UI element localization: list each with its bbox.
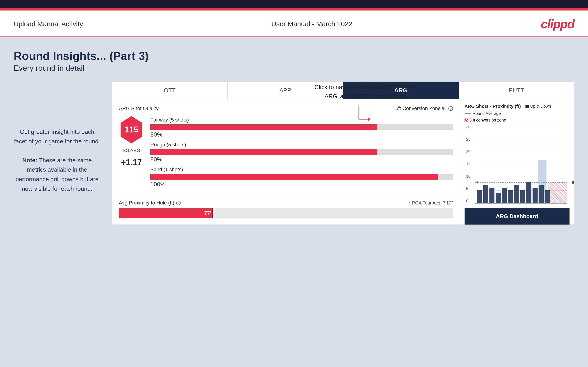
sg-value: +1.17 bbox=[121, 158, 142, 167]
chart-area: 0 5 10 15 20 25 30 bbox=[475, 125, 567, 204]
pga-label: ↑ PGA Tour Avg: 7'10" bbox=[408, 200, 453, 206]
shot-quality-label: ARG Shot Quality bbox=[119, 106, 159, 111]
prox-cursor bbox=[212, 208, 213, 218]
bar-label-sand: Sand (1 shots) bbox=[150, 167, 453, 173]
proximity-header-row: Avg Proximity to Hole (ft) ? ↑ PGA Tour … bbox=[119, 200, 453, 206]
bars-group bbox=[477, 125, 565, 203]
legend-updown: Up & Down bbox=[526, 104, 551, 109]
tab-ott[interactable]: OTT bbox=[112, 82, 228, 99]
prox-help-icon[interactable]: ? bbox=[176, 200, 181, 205]
header: Upload Manual Activity User Manual - Mar… bbox=[0, 10, 588, 37]
chart-title: ARG Shots - Proximity (ft) bbox=[465, 104, 521, 109]
bar-row-rough: Rough (5 shots) 80% bbox=[150, 142, 453, 163]
bar-fill-rough bbox=[150, 149, 377, 155]
sg-label: SG ARG bbox=[123, 148, 140, 153]
bar-pct-fairway: 80% bbox=[150, 131, 453, 138]
left-intro: Get greater insight into each facet of y… bbox=[14, 128, 100, 145]
bar-track-rough bbox=[150, 149, 453, 155]
bar-track-fairway bbox=[150, 124, 453, 130]
arrow-indicator bbox=[314, 103, 417, 126]
proximity-section: Avg Proximity to Hole (ft) ? ↑ PGA Tour … bbox=[119, 196, 453, 218]
bar-label-rough: Rough (5 shots) bbox=[150, 142, 453, 148]
bar-row-sand: Sand (1 shots) 100% bbox=[150, 167, 453, 188]
section-subtitle: Every round in detail bbox=[14, 64, 574, 73]
left-panel: Get greater insight into each facet of y… bbox=[14, 82, 100, 193]
hexagon-shape: 115 bbox=[119, 116, 144, 143]
top-bar bbox=[0, 0, 588, 8]
bar-track-sand bbox=[150, 174, 453, 180]
left-note-bold: Note: bbox=[22, 157, 37, 164]
nav-hint-area: Click to navigate between 'OTT', 'APP','… bbox=[314, 83, 417, 126]
manual-date-label: User Manual - March 2022 bbox=[271, 20, 352, 28]
help-icon[interactable]: ? bbox=[448, 106, 453, 111]
svg-marker-2 bbox=[368, 117, 371, 121]
chart-header: ARG Shots - Proximity (ft) Up & Down Rou… bbox=[465, 104, 570, 116]
bars-col: Fairway (5 shots) 80% Rough (5 shots) bbox=[150, 116, 453, 192]
avg-value: 8 bbox=[572, 180, 574, 185]
logo: clippd bbox=[541, 17, 574, 31]
upload-manual-label: Upload Manual Activity bbox=[14, 20, 83, 28]
legend-hatch-row: 6 ft conversion zone bbox=[465, 118, 570, 123]
bar-fill-sand bbox=[150, 174, 438, 180]
bar-pct-rough: 80% bbox=[150, 156, 453, 163]
tab-putt[interactable]: PUTT bbox=[459, 82, 574, 99]
y-axis: 0 5 10 15 20 25 30 bbox=[466, 125, 470, 203]
right-chart-col: ARG Shots - Proximity (ft) Up & Down Rou… bbox=[460, 99, 574, 225]
left-panel-text: Get greater insight into each facet of y… bbox=[14, 127, 100, 193]
stats-main-row: 115 SG ARG +1.17 Fairway (5 shots) bbox=[119, 116, 453, 192]
prox-bar-track: 77' bbox=[119, 208, 453, 218]
hex-sg-col: 115 SG ARG +1.17 bbox=[119, 116, 144, 167]
hex-value: 115 bbox=[125, 125, 138, 134]
main-content: Round Insights... (Part 3) Every round i… bbox=[0, 37, 588, 367]
prox-value: 77' bbox=[204, 210, 211, 216]
section-title: Round Insights... (Part 3) bbox=[14, 50, 574, 63]
section-header: Round Insights... (Part 3) Every round i… bbox=[14, 50, 574, 73]
accent-bar bbox=[0, 8, 588, 10]
nav-hint-text: Click to navigate between 'OTT', 'APP','… bbox=[314, 83, 417, 101]
bar-fill-fairway bbox=[150, 124, 377, 130]
bar-pct-sand: 100% bbox=[150, 181, 453, 188]
legend-dashed: Round Average bbox=[465, 111, 501, 116]
content-area: Get greater insight into each facet of y… bbox=[14, 82, 574, 225]
proximity-label: Avg Proximity to Hole (ft) ? bbox=[119, 200, 181, 206]
prox-bar-fill: 77' bbox=[119, 208, 212, 218]
arg-dashboard-button[interactable]: ARG Dashboard bbox=[465, 208, 570, 225]
